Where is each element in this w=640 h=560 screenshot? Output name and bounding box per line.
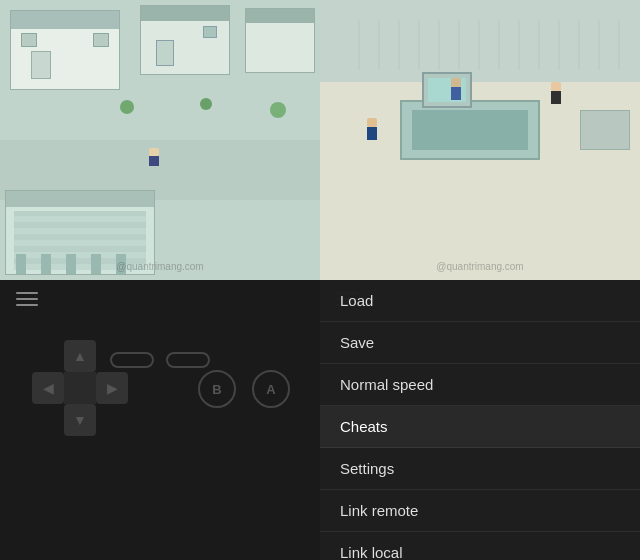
npc2-body [551,91,561,104]
a-button[interactable]: A [252,370,290,408]
menu-item-link-remote[interactable]: Link remote [320,490,640,532]
side-furniture [580,110,630,150]
hamburger-line-1 [16,292,38,294]
context-menu: Load Save Normal speed Cheats Settings L… [320,280,640,560]
npc-head [451,78,461,87]
watermark-right: @quantrimang.com [436,261,523,272]
post-3 [66,254,76,274]
building-3 [245,8,315,73]
dpad-center [64,372,96,404]
dpad-spacer-br [96,404,128,436]
dpad-row-mid: ◀ ▶ [30,372,130,404]
menu-item-load[interactable]: Load [320,280,640,322]
menu-item-link-local[interactable]: Link local [320,532,640,560]
player-body-r [367,127,377,140]
hamburger-line-2 [16,298,38,300]
controls-right: Load Save Normal speed Cheats Settings L… [320,280,640,560]
building-2 [140,5,230,75]
controls-left: ▲ ◀ ▶ ▼ B [0,280,320,560]
sprite-head [149,148,159,156]
tree-2 [200,98,212,110]
dpad-down-arrow: ▼ [73,412,87,428]
building-3-roof [246,9,314,23]
watermark-left: @quantrimang.com [116,261,203,272]
player-sprite [148,148,160,164]
door-2 [156,40,174,66]
desk-surface [412,110,528,150]
npc-body [451,87,461,100]
wall-pattern [340,20,620,70]
computer-monitor [422,72,472,108]
npc2-sprite [550,82,562,104]
menu-item-save[interactable]: Save [320,322,640,364]
dpad-up-arrow: ▲ [73,348,87,364]
dpad-spacer-tr [96,340,128,372]
tree-3 [270,102,286,118]
building-2-roof [141,6,229,21]
menu-item-cheats[interactable]: Cheats [320,406,640,448]
window-2 [93,33,109,47]
hamburger-menu-left[interactable] [16,292,38,306]
door-1 [31,51,51,79]
dpad-spacer-tl [32,340,64,372]
dpad-up-button[interactable]: ▲ [64,340,96,372]
player-head-r [367,118,377,127]
building-4-roof [6,191,154,207]
sprite-body [149,156,159,166]
window-1 [21,33,37,47]
desk [400,100,540,160]
left-panel: @quantrimang.com ▲ ◀ [0,0,320,560]
right-panel: @quantrimang.com Load Save Normal speed … [320,0,640,560]
dpad: ▲ ◀ ▶ ▼ [30,340,130,440]
post-1 [16,254,26,274]
dpad-down-button[interactable]: ▼ [64,404,96,436]
dpad-row-top: ▲ [30,340,130,372]
menu-overlay: Load Save Normal speed Cheats Settings L… [320,280,640,560]
game-screen-right: @quantrimang.com [320,0,640,280]
ab-buttons-area: B A [198,370,290,408]
post-4 [91,254,101,274]
building-1-roof [11,11,119,29]
game-screen-left: @quantrimang.com [0,0,320,280]
dpad-spacer-bl [32,404,64,436]
player-sprite-right [366,118,378,140]
dpad-left-button[interactable]: ◀ [32,372,64,404]
building-1 [10,10,120,90]
dpad-right-button[interactable]: ▶ [96,372,128,404]
npc-sprite [450,78,462,100]
window-3 [203,26,217,38]
menu-item-settings[interactable]: Settings [320,448,640,490]
post-2 [41,254,51,274]
menu-item-normal-speed[interactable]: Normal speed [320,364,640,406]
npc2-head [551,82,561,91]
dpad-row-bot: ▼ [30,404,130,436]
start-button[interactable] [166,352,210,368]
hamburger-line-3 [16,304,38,306]
tree-1 [120,100,134,114]
dpad-left-arrow: ◀ [43,380,54,396]
dpad-right-arrow: ▶ [107,380,118,396]
b-button[interactable]: B [198,370,236,408]
